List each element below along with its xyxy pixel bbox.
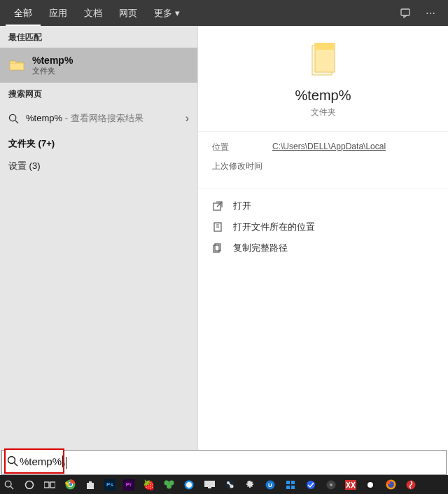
search-web-item[interactable]: %temp% - 查看网络搜索结果 › (0, 104, 197, 132)
taskbar-app-icon[interactable] (364, 479, 377, 491)
action-copy-path[interactable]: 复制完整路径 (212, 238, 434, 259)
preview-meta: 位置 C:\Users\DELL\AppData\Local 上次修改时间 (198, 132, 448, 188)
preview-pane: %temp% 文件夹 位置 C:\Users\DELL\AppData\Loca… (197, 26, 448, 476)
svg-point-33 (307, 481, 315, 489)
taskbar-search-icon[interactable] (3, 479, 15, 491)
action-open-location-label: 打开文件所在的位置 (233, 221, 315, 233)
preview-title: %temp% (295, 88, 351, 104)
svg-rect-32 (291, 486, 295, 489)
svg-point-20 (167, 484, 172, 489)
action-copy-path-label: 复制完整路径 (233, 242, 288, 254)
search-icon (8, 114, 19, 124)
taskbar-app-icon[interactable] (203, 479, 216, 491)
taskbar-chrome-icon[interactable] (64, 479, 76, 491)
svg-rect-13 (44, 482, 49, 488)
taskbar-store-icon[interactable] (84, 479, 97, 491)
search-icon (6, 455, 20, 467)
copy-icon (212, 242, 223, 254)
best-match-sub: 文件夹 (32, 66, 73, 76)
taskbar-taskview-icon[interactable] (43, 479, 56, 491)
svg-point-35 (330, 483, 332, 486)
taskbar-app-icon[interactable] (162, 479, 175, 491)
web-query: %temp% (26, 113, 62, 123)
best-match-item[interactable]: %temp% 文件夹 (0, 48, 197, 83)
svg-point-11 (5, 481, 11, 487)
location-label: 位置 (212, 142, 272, 153)
taskbar-app-icon[interactable]: Pr (123, 479, 134, 490)
open-location-icon (212, 221, 223, 233)
svg-rect-23 (208, 487, 211, 488)
preview-header: %temp% 文件夹 (198, 26, 448, 132)
svg-rect-0 (401, 9, 410, 15)
search-highlight-box: %temp% (4, 448, 64, 474)
search-query-text: %temp% (20, 455, 63, 467)
taskbar-app-icon[interactable] (223, 479, 236, 491)
best-match-header: 最佳匹配 (0, 26, 197, 48)
results-sidebar: 最佳匹配 %temp% 文件夹 搜索网页 %temp% - 查看网络搜索结果 ›… (0, 26, 197, 476)
chevron-right-icon: › (186, 112, 189, 125)
svg-point-1 (9, 114, 15, 121)
web-hint: - 查看网络搜索结果 (62, 113, 144, 123)
tab-all[interactable]: 全部 (6, 0, 41, 26)
tab-docs[interactable]: 文档 (76, 0, 111, 26)
taskbar-app-icon[interactable] (284, 479, 297, 491)
category-folders[interactable]: 文件夹 (7+) (0, 132, 197, 155)
taskbar-app-icon[interactable]: 🍓 (142, 479, 155, 491)
open-icon (212, 200, 223, 212)
taskbar-app-icon[interactable] (325, 479, 337, 491)
taskbar-app-icon[interactable]: Ps (104, 479, 115, 490)
taskbar: Ps Pr 🍓 U (0, 475, 448, 494)
search-panel: 全部 应用 文档 网页 更多▾ ⋯ 最佳匹配 %temp% 文件夹 搜索网页 (0, 0, 448, 476)
preview-sub: 文件夹 (311, 107, 336, 118)
modified-label: 上次修改时间 (212, 160, 272, 172)
search-web-header: 搜索网页 (0, 83, 197, 104)
tabs-bar: 全部 应用 文档 网页 更多▾ ⋯ (0, 0, 448, 26)
taskbar-app-icon[interactable] (345, 480, 356, 490)
svg-point-12 (26, 481, 34, 488)
action-open[interactable]: 打开 (212, 195, 434, 217)
tab-apps[interactable]: 应用 (41, 0, 76, 26)
svg-point-10 (8, 457, 15, 464)
taskbar-firefox-icon[interactable] (384, 479, 397, 491)
svg-rect-31 (286, 486, 290, 489)
more-options-icon[interactable]: ⋯ (419, 8, 442, 19)
location-value[interactable]: C:\Users\DELL\AppData\Local (272, 142, 386, 153)
taskbar-app-icon[interactable] (304, 479, 317, 491)
svg-rect-30 (291, 481, 295, 484)
search-input-row[interactable]: %temp% (1, 450, 447, 475)
content-area: 最佳匹配 %temp% 文件夹 搜索网页 %temp% - 查看网络搜索结果 ›… (0, 26, 448, 476)
category-settings[interactable]: 设置 (3) (0, 155, 197, 177)
action-open-label: 打开 (233, 200, 251, 212)
taskbar-app-icon[interactable] (183, 479, 195, 491)
folder-large-icon (308, 43, 339, 78)
svg-rect-29 (286, 481, 290, 484)
taskbar-app-icon[interactable] (405, 479, 417, 491)
taskbar-app-icon[interactable]: U (264, 479, 276, 491)
svg-rect-4 (315, 43, 335, 50)
taskbar-app-icon[interactable] (244, 479, 256, 491)
taskbar-cortana-icon[interactable] (23, 479, 36, 491)
action-list: 打开 打开文件所在的位置 复制完整路径 (198, 188, 448, 266)
svg-rect-14 (50, 482, 55, 488)
folder-icon (8, 57, 25, 74)
svg-point-37 (368, 482, 373, 488)
action-open-location[interactable]: 打开文件所在的位置 (212, 217, 434, 238)
feedback-icon[interactable] (393, 8, 419, 19)
chevron-down-icon: ▾ (175, 0, 180, 26)
svg-rect-22 (204, 481, 215, 487)
svg-text:U: U (268, 482, 272, 488)
best-match-title: %temp% (32, 55, 73, 66)
tab-web[interactable]: 网页 (111, 0, 146, 26)
tab-more[interactable]: 更多▾ (146, 0, 188, 26)
